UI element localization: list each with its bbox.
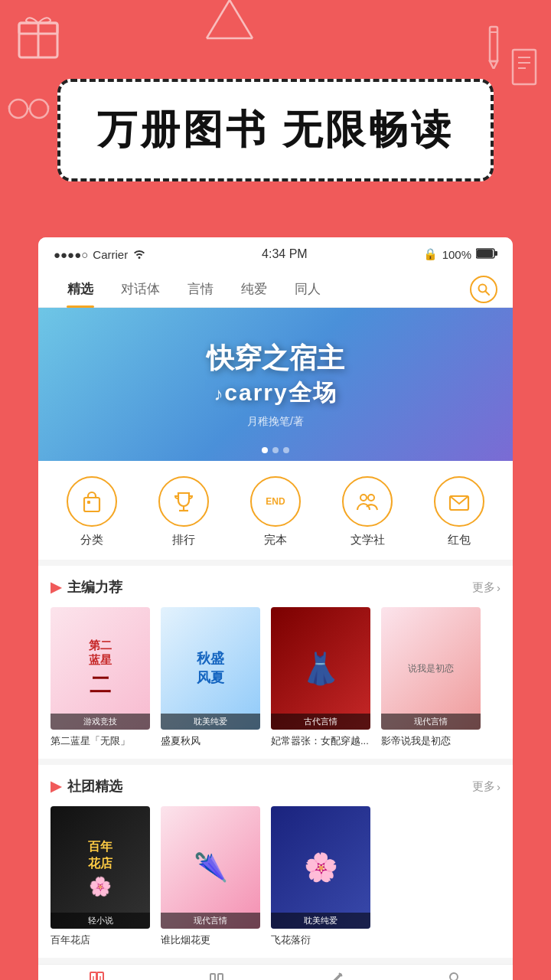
profile-svg: [444, 970, 464, 980]
category-row: 分类 排行 END 完本 文学社 红包: [38, 461, 513, 566]
complete-icon: END: [250, 476, 301, 527]
book-title-3: 妃常嚣张：女配穿越...: [271, 734, 370, 748]
banner-title: 快穿之宿主: [207, 340, 344, 377]
book-title-2: 盛夏秋风: [161, 734, 260, 748]
trophy-icon: [172, 490, 195, 513]
book-tag-2: 耽美纯爱: [161, 714, 260, 730]
tab-pure-love[interactable]: 纯爱: [227, 271, 281, 308]
shelf-icon: [207, 970, 227, 980]
featured-section: ▶ 主编力荐 更多 › 第二蓝星 二 游戏竞技 第二蓝星「无限」: [38, 566, 513, 759]
bottom-navigation: 书城 书架 创作 我的: [38, 964, 513, 980]
people-icon: [356, 490, 379, 513]
book-card-3[interactable]: 👗 古代言情 妃常嚣张：女配穿越...: [271, 607, 370, 748]
nav-bookstore[interactable]: 书城: [38, 965, 157, 980]
envelope-icon: [448, 490, 471, 513]
classify-label: 分类: [80, 533, 103, 547]
svg-rect-35: [210, 974, 215, 980]
book-card-4[interactable]: 说我是初恋 现代言情 影帝说我是初恋: [381, 607, 481, 748]
svg-line-16: [230, 0, 253, 38]
signal-dots: ●●●●○: [54, 248, 88, 261]
tab-featured[interactable]: 精选: [54, 271, 107, 308]
search-icon: [478, 283, 490, 296]
featured-header: ▶ 主编力荐 更多 ›: [51, 578, 500, 596]
lock-icon: 🔒: [423, 247, 438, 261]
bookstore-icon: [88, 970, 108, 980]
book-tag-5: 轻小说: [51, 913, 150, 929]
status-bar: ●●●●○ Carrier 4:34 PM 🔒 100%: [38, 237, 513, 271]
category-classify[interactable]: 分类: [67, 476, 117, 547]
tab-dialog[interactable]: 对话体: [107, 271, 174, 308]
slogan-text: 万册图书 无限畅读: [97, 103, 454, 157]
club-header: ▶ 社团精选 更多 ›: [51, 777, 500, 795]
book-title-4: 影帝说我是初恋: [381, 734, 481, 748]
book-tag-3: 古代言情: [271, 714, 370, 730]
nav-create[interactable]: 创作: [276, 965, 394, 980]
dot-2: [272, 447, 279, 453]
end-text: END: [266, 496, 285, 507]
book-title-5: 百年花店: [51, 933, 150, 947]
complete-label: 完本: [264, 533, 287, 547]
featured-more[interactable]: 更多 ›: [472, 580, 500, 595]
featured-books: 第二蓝星 二 游戏竞技 第二蓝星「无限」 秋盛风夏 耽美纯爱 盛夏秋风: [51, 607, 500, 759]
club-title: ▶ 社团精选: [51, 777, 122, 795]
svg-line-15: [207, 0, 230, 38]
literary-label: 文学社: [350, 533, 385, 547]
book-tag-6: 现代言情: [161, 913, 260, 929]
book-card-1[interactable]: 第二蓝星 二 游戏竞技 第二蓝星「无限」: [51, 607, 150, 748]
book-cover-7: 🌸 耽美纯爱: [271, 806, 370, 929]
cover-title-1: 第二蓝星: [89, 638, 112, 668]
top-banner: 万册图书 无限畅读: [0, 0, 551, 237]
cover-title-5: 百年花店: [88, 838, 112, 873]
create-svg: [325, 970, 345, 980]
club-books: 百年花店 🌸 轻小说 百年花店 🌂 现代言情 谁比烟花更: [51, 806, 500, 958]
club-more[interactable]: 更多 ›: [472, 779, 500, 794]
slogan-box: 万册图书 无限畅读: [57, 79, 494, 181]
time-display: 4:34 PM: [262, 247, 308, 261]
book-cover-4: 说我是初恋 现代言情: [381, 607, 481, 730]
svg-point-7: [30, 100, 48, 118]
svg-rect-21: [494, 251, 497, 256]
main-banner[interactable]: 快穿之宿主 ♪carry全场 月稚挽笔/著: [38, 308, 513, 461]
cover-title-2: 秋盛风夏: [197, 649, 224, 688]
deco-book-icon: [509, 46, 540, 88]
svg-point-29: [368, 495, 374, 501]
shelf-svg: [207, 970, 227, 980]
bag-icon: [80, 490, 103, 513]
tab-romance[interactable]: 言情: [174, 271, 227, 308]
book-title-7: 飞花落衍: [271, 933, 370, 947]
svg-point-6: [9, 100, 28, 118]
tab-fanfiction[interactable]: 同人: [281, 271, 334, 308]
svg-point-39: [450, 973, 458, 980]
dot-3: [283, 447, 289, 453]
book-card-7[interactable]: 🌸 耽美纯爱 飞花落衍: [271, 806, 370, 947]
svg-rect-36: [218, 974, 223, 980]
book-cover-6: 🌂 现代言情: [161, 806, 260, 929]
category-literary[interactable]: 文学社: [342, 476, 393, 547]
svg-point-28: [360, 495, 367, 501]
club-section: ▶ 社团精选 更多 › 百年花店 🌸 轻小说 百年花店: [38, 765, 513, 958]
book-card-2[interactable]: 秋盛风夏 耽美纯爱 盛夏秋风: [161, 607, 260, 748]
carrier-label: Carrier: [93, 248, 128, 261]
nav-profile[interactable]: 我的: [394, 965, 513, 980]
book-card-6[interactable]: 🌂 现代言情 谁比烟花更: [161, 806, 260, 947]
dot-1: [262, 447, 268, 453]
svg-rect-24: [84, 498, 99, 511]
tab-navigation: 精选 对话体 言情 纯爱 同人: [38, 271, 513, 308]
banner-dots: [262, 447, 289, 453]
wifi-icon: [132, 248, 146, 261]
search-button[interactable]: [470, 276, 497, 303]
category-complete[interactable]: END 完本: [250, 476, 301, 547]
category-redpacket[interactable]: 红包: [434, 476, 484, 547]
book-cover-1: 第二蓝星 二 游戏竞技: [51, 607, 150, 730]
featured-title: ▶ 主编力荐: [51, 578, 122, 596]
featured-arrow: ▶: [51, 579, 61, 596]
svg-rect-20: [477, 250, 493, 257]
category-rank[interactable]: 排行: [158, 476, 209, 547]
classify-icon: [67, 476, 117, 527]
cover-subtitle-4: 说我是初恋: [408, 662, 454, 675]
rank-label: 排行: [172, 533, 195, 547]
banner-content: 快穿之宿主 ♪carry全场 月稚挽笔/著: [199, 332, 352, 436]
book-card-5[interactable]: 百年花店 🌸 轻小说 百年花店: [51, 806, 150, 947]
status-right: 🔒 100%: [423, 247, 497, 261]
nav-shelf[interactable]: 书架: [157, 965, 276, 980]
